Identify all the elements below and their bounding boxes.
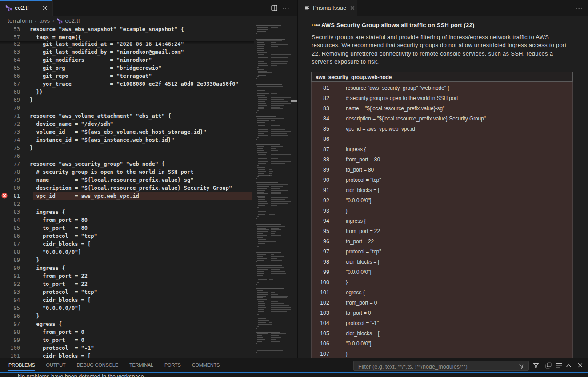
minimap-line: [271, 192, 281, 193]
line-number: 93: [312, 206, 329, 216]
tab-close-icon[interactable]: [350, 5, 355, 11]
active-tab-indicator: [0, 0, 52, 1]
minimap-line: [258, 97, 267, 98]
minimap-line: [258, 56, 266, 56]
tab-close-icon[interactable]: [42, 5, 48, 11]
code-text: to_port = 0: [346, 308, 371, 318]
code-text: egress {: [30, 320, 62, 328]
minimap-line: [271, 61, 288, 62]
close-panel-icon[interactable]: [577, 362, 583, 368]
code-text: "0.0.0.0/0"]: [346, 267, 371, 277]
code-text: ingress {: [346, 144, 366, 155]
line-number: 78: [0, 168, 20, 176]
line-number: 105: [312, 329, 329, 339]
code-text: git_repo = "terragoat": [30, 72, 152, 80]
breadcrumb-item-aws[interactable]: aws: [39, 17, 50, 24]
minimap-line: [271, 44, 288, 45]
line-number: 69: [0, 96, 20, 104]
minimap-line: [257, 52, 267, 53]
minimap[interactable]: [256, 25, 291, 358]
split-editor-icon[interactable]: [271, 5, 277, 11]
minimap-line: [258, 199, 265, 200]
code-text: description = "${local.resource_prefix.v…: [346, 114, 486, 124]
minimap-line: [271, 160, 286, 160]
code-block-row: 94ingress {: [312, 216, 572, 226]
code-block-row: 90protocol = "tcp": [312, 175, 572, 185]
sticky-line[interactable]: 57 tags = merge({: [0, 33, 256, 41]
line-number: 85: [312, 124, 329, 134]
code-text: from_port = 80: [30, 216, 88, 224]
minimap-line: [258, 54, 264, 55]
code-text: protocol = "tcp": [346, 247, 381, 257]
code-text: "0.0.0.0/0"]: [346, 339, 371, 349]
minimap-line: [271, 339, 276, 340]
code-line: 86 protocol = "tcp": [0, 232, 256, 240]
minimap-line: [258, 201, 267, 202]
minimap-line: [257, 165, 259, 166]
code-block-body: 81resource "aws_security_group" "web-nod…: [311, 82, 573, 358]
minimap-line: [258, 322, 266, 323]
minimap-line: [271, 129, 285, 130]
minimap-line: [257, 296, 266, 297]
maximize-panel-icon[interactable]: [566, 364, 572, 368]
sticky-scroll-shadow: [0, 41, 254, 44]
minimap-line: [256, 25, 281, 26]
code-line: 88 "0.0.0.0/0"]: [0, 248, 256, 256]
chevron-right-icon: ›: [35, 18, 36, 23]
line-number: 86: [312, 134, 329, 144]
line-number: 107: [312, 349, 329, 359]
code-line: 94 cidr_blocks = [: [0, 296, 256, 304]
vscode-window: ec2.tf terraform › aw: [0, 0, 588, 377]
tab-prisma-issue[interactable]: Prisma Issue: [298, 0, 357, 16]
minimap-line: [271, 54, 291, 55]
line-number: 102: [312, 298, 329, 308]
code-text: cidr_blocks = [: [30, 352, 91, 358]
issue-description-line: Security groups are stateful and provide…: [312, 33, 578, 42]
line-number: 101: [312, 288, 329, 298]
minimap-line: [257, 40, 282, 41]
line-number: 96: [0, 312, 20, 320]
minimap-line: [258, 324, 269, 325]
minimap-line: [271, 156, 280, 156]
bottom-panel: PROBLEMSOUTPUTDEBUG CONSOLETERMINALPORTS…: [0, 358, 588, 377]
breadcrumb-item-file[interactable]: ec2.tf: [65, 17, 80, 24]
code-text: egress {: [346, 288, 365, 298]
sticky-line[interactable]: 53resource "aws_ebs_snapshot" "example_s…: [0, 25, 256, 33]
minimap-line: [257, 46, 264, 47]
code-block-row: 82# security group is open to the world …: [312, 93, 572, 104]
code-text: to_port = 0: [30, 336, 84, 344]
more-actions-icon[interactable]: [283, 7, 289, 9]
code-text: volume_id = "${aws_ebs_volume.web_host_s…: [30, 128, 206, 136]
code-editor[interactable]: 62 git_last_modified_at = "2020-06-16 14…: [0, 25, 297, 358]
prisma-issue-webview: AWS Security Group allows all traffic on…: [298, 16, 588, 358]
breadcrumb-item-terraform[interactable]: terraform: [8, 17, 32, 24]
more-actions-icon[interactable]: [576, 7, 583, 9]
open-in-editor-icon[interactable]: [545, 362, 552, 369]
code-text: tags = merge({: [30, 33, 81, 41]
minimap-line: [271, 301, 278, 302]
line-number: 99: [312, 267, 329, 277]
view-menu-icon[interactable]: [556, 363, 562, 368]
minimap-line: [257, 44, 265, 45]
line-number: 91: [312, 185, 329, 196]
minimap-line: [256, 261, 257, 262]
minimap-line: [271, 103, 291, 104]
minimap-line: [257, 297, 263, 298]
minimap-line: [258, 125, 265, 126]
tab-ec2-tf[interactable]: ec2.tf: [0, 0, 53, 16]
code-line: 79 name = "${local.resource_prefix.value…: [0, 176, 256, 184]
line-number: 94: [0, 296, 20, 304]
code-line: 93 protocol = "tcp": [0, 288, 256, 296]
line-number: 99: [0, 336, 20, 344]
code-text: }: [30, 312, 40, 320]
terraform-icon: [5, 4, 12, 11]
line-number: 103: [312, 308, 329, 318]
code-block-header: aws_security_group.web-node: [311, 72, 573, 82]
filter-toggle-icon[interactable]: [533, 362, 539, 369]
line-number: 84: [312, 114, 329, 124]
code-block-row: 102from_port = 0: [312, 298, 572, 308]
minimap-line: [269, 173, 272, 174]
line-number: 104: [312, 318, 329, 329]
minimap-line: [271, 161, 291, 162]
minimap-line: [258, 154, 266, 155]
